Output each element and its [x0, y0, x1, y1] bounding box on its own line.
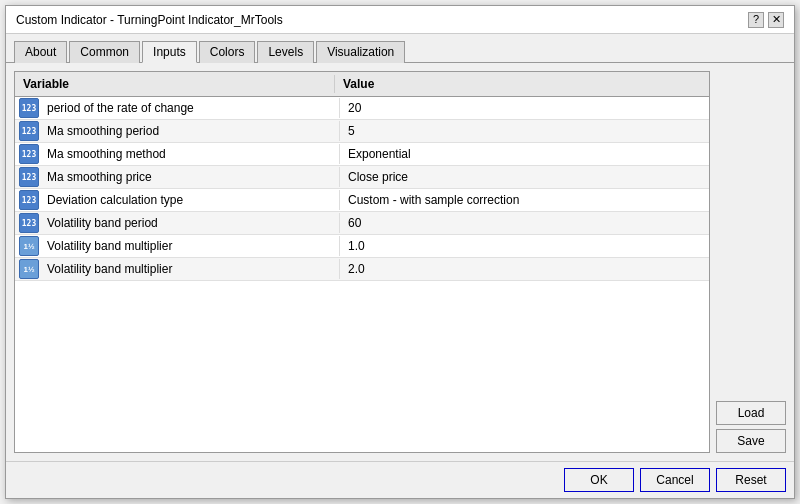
ok-button[interactable]: OK — [564, 468, 634, 492]
row-icon-8: 1½ — [19, 259, 39, 279]
table-row[interactable]: 1½ Volatility band multiplier 1.0 — [15, 235, 709, 258]
row-variable-6: Volatility band period — [43, 213, 339, 233]
table-header: Variable Value — [15, 72, 709, 97]
tab-colors[interactable]: Colors — [199, 41, 256, 63]
table-row[interactable]: 123 Deviation calculation type Custom - … — [15, 189, 709, 212]
tab-visualization[interactable]: Visualization — [316, 41, 405, 63]
col-value-header: Value — [335, 75, 382, 93]
row-icon-3: 123 — [19, 144, 39, 164]
row-icon-1: 123 — [19, 98, 39, 118]
row-variable-8: Volatility band multiplier — [43, 259, 339, 279]
tab-levels[interactable]: Levels — [257, 41, 314, 63]
tab-inputs[interactable]: Inputs — [142, 41, 197, 63]
row-variable-3: Ma smoothing method — [43, 144, 339, 164]
help-button[interactable]: ? — [748, 12, 764, 28]
tab-about[interactable]: About — [14, 41, 67, 63]
table-row[interactable]: 123 Ma smoothing method Exponential — [15, 143, 709, 166]
row-icon-7: 1½ — [19, 236, 39, 256]
reset-button[interactable]: Reset — [716, 468, 786, 492]
dialog: Custom Indicator - TurningPoint Indicato… — [5, 5, 795, 499]
row-variable-4: Ma smoothing price — [43, 167, 339, 187]
cancel-button[interactable]: Cancel — [640, 468, 710, 492]
tab-bar: About Common Inputs Colors Levels Visual… — [6, 34, 794, 63]
title-bar: Custom Indicator - TurningPoint Indicato… — [6, 6, 794, 34]
row-value-7: 1.0 — [339, 236, 709, 256]
row-icon-2: 123 — [19, 121, 39, 141]
row-variable-7: Volatility band multiplier — [43, 236, 339, 256]
row-value-5: Custom - with sample correction — [339, 190, 709, 210]
row-value-8: 2.0 — [339, 259, 709, 279]
close-button[interactable]: ✕ — [768, 12, 784, 28]
row-icon-6: 123 — [19, 213, 39, 233]
load-button[interactable]: Load — [716, 401, 786, 425]
row-variable-1: period of the rate of change — [43, 98, 339, 118]
row-icon-5: 123 — [19, 190, 39, 210]
row-value-2: 5 — [339, 121, 709, 141]
row-variable-2: Ma smoothing period — [43, 121, 339, 141]
table-row[interactable]: 123 Ma smoothing price Close price — [15, 166, 709, 189]
title-text: Custom Indicator - TurningPoint Indicato… — [16, 13, 283, 27]
row-icon-4: 123 — [19, 167, 39, 187]
row-value-6: 60 — [339, 213, 709, 233]
table-row[interactable]: 123 Ma smoothing period 5 — [15, 120, 709, 143]
variable-table: Variable Value 123 period of the rate of… — [14, 71, 710, 453]
save-button[interactable]: Save — [716, 429, 786, 453]
tab-common[interactable]: Common — [69, 41, 140, 63]
row-value-3: Exponential — [339, 144, 709, 164]
content-area: Variable Value 123 period of the rate of… — [6, 63, 794, 461]
table-row[interactable]: 123 Volatility band period 60 — [15, 212, 709, 235]
table-row[interactable]: 1½ Volatility band multiplier 2.0 — [15, 258, 709, 281]
col-variable-header: Variable — [15, 75, 335, 93]
row-variable-5: Deviation calculation type — [43, 190, 339, 210]
side-buttons: Load Save — [716, 71, 786, 453]
row-value-4: Close price — [339, 167, 709, 187]
footer: OK Cancel Reset — [6, 461, 794, 498]
table-row[interactable]: 123 period of the rate of change 20 — [15, 97, 709, 120]
row-value-1: 20 — [339, 98, 709, 118]
title-controls: ? ✕ — [748, 12, 784, 28]
